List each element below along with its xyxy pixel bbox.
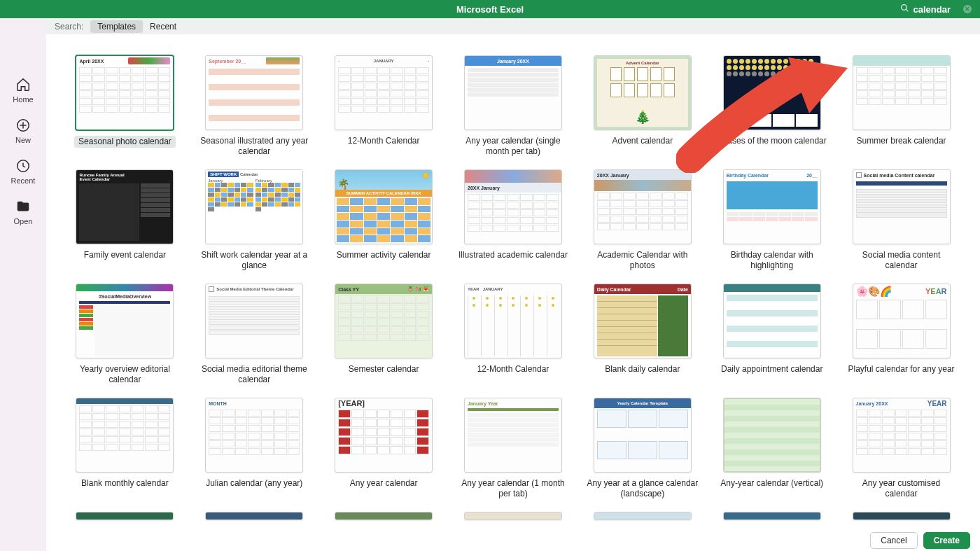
template-label: Shift work calendar year at a glance	[198, 250, 310, 271]
template-label: Blank daily calendar	[605, 364, 680, 375]
sidebar-item-label: Home	[13, 95, 33, 104]
template-card[interactable]: 20XX JanuaryIllustrated academic calenda…	[456, 169, 571, 271]
template-label: Any year at a glance calendar (landscape…	[587, 478, 699, 499]
template-card[interactable]: Daily CalendarDateBlank daily calendar	[584, 284, 700, 385]
template-card[interactable]: Any-year calendar (vertical)	[714, 398, 830, 499]
template-label: 12-Month Calendar	[348, 136, 420, 146]
template-thumbnail: 🌴☀️SUMMER ACTIVITY CALENDAR 20XX	[335, 169, 433, 244]
template-label: Advent calendar	[612, 136, 673, 146]
svg-point-0	[901, 5, 906, 11]
template-thumbnail: Daily CalendarDate	[594, 284, 692, 358]
template-label: Daily appointment calendar	[721, 364, 822, 375]
template-thumbnail: Advent Calendar🎄	[594, 55, 692, 130]
template-card[interactable]: Yearly Calendar TemplateAny year at a gl…	[584, 398, 700, 499]
sidebar-item-home[interactable]: Home	[13, 77, 33, 104]
template-thumbnail	[464, 512, 562, 520]
template-grid: April 20XXSeasonal photo calendarSeptemb…	[46, 34, 980, 520]
template-label: Any year calendar (1 month per tab)	[457, 478, 569, 499]
template-thumbnail: 🌸🎨🌈YEAR	[853, 284, 951, 358]
template-thumbnail: 20XX January	[594, 169, 692, 244]
template-label: Blank monthly calendar	[81, 478, 169, 489]
template-card[interactable]: Daily appointment calendar	[714, 284, 830, 385]
template-card[interactable]	[326, 512, 442, 520]
template-label: Any year customised calendar	[846, 478, 958, 499]
search-box[interactable]: calendar	[900, 3, 951, 15]
template-card[interactable]: Advent Calendar🎄Advent calendar	[584, 55, 700, 157]
template-card[interactable]: Phases of the moon calendar	[714, 55, 830, 157]
sidebar-item-label: Recent	[11, 176, 36, 185]
sidebar-item-recent[interactable]: Recent	[11, 158, 36, 185]
template-card[interactable]: 🌴☀️SUMMER ACTIVITY CALENDAR 20XXSummer a…	[326, 169, 442, 271]
template-thumbnail: Runcee Family AnnualEvent Calendar	[76, 169, 174, 244]
template-thumbnail	[76, 512, 174, 520]
template-thumbnail	[723, 512, 821, 520]
template-thumbnail: YEAR JANUARY	[464, 284, 562, 358]
template-card[interactable]: YEAR JANUARY12-Month Calendar	[456, 284, 571, 385]
template-card[interactable]: 20XX JanuaryAcademic Calendar with photo…	[584, 169, 700, 271]
template-label: 12-Month Calendar	[477, 364, 550, 375]
sidebar-item-label: New	[15, 136, 31, 144]
search-icon	[900, 3, 909, 15]
template-card[interactable]: January 20XXAny year calendar (single mo…	[456, 55, 571, 157]
template-card[interactable]: January YearAny year calendar (1 month p…	[456, 398, 571, 499]
template-thumbnail: #SocialMediaOverview	[76, 284, 174, 358]
template-card[interactable]	[456, 512, 571, 520]
sidebar-item-open[interactable]: Open	[14, 199, 33, 225]
template-label: Playful calendar for any year	[848, 364, 955, 375]
template-card[interactable]	[197, 512, 312, 520]
template-label: Any year calendar (single month per tab)	[457, 136, 569, 157]
svg-line-1	[906, 9, 908, 11]
template-card[interactable]	[67, 512, 183, 520]
template-card[interactable]: Runcee Family AnnualEvent CalendarFamily…	[67, 169, 183, 271]
template-card[interactable]: 🌸🎨🌈YEARPlayful calendar for any year	[844, 284, 959, 385]
template-card[interactable]: April 20XXSeasonal photo calendar	[67, 55, 183, 157]
template-card[interactable]: [YEAR]Any year calendar	[326, 398, 442, 499]
template-thumbnail: January 20XXYEAR	[853, 398, 951, 473]
template-thumbnail	[205, 512, 303, 520]
template-card[interactable]: Class YY🦉 🐿️ 🦊Semester calendar	[326, 284, 442, 385]
template-thumbnail: Social media Content calendar	[853, 169, 951, 244]
template-thumbnail	[594, 512, 692, 520]
template-card[interactable]: Birthday Calendar20__Birthday calendar w…	[714, 169, 830, 271]
filter-bar: Search: Templates Recent	[46, 18, 980, 34]
template-card[interactable]: Social Media Editorial Theme CalendarSoc…	[197, 284, 312, 385]
template-label: Social media content calendar	[846, 250, 958, 271]
template-thumbnail: Class YY🦉 🐿️ 🦊	[335, 284, 433, 358]
template-thumbnail: [YEAR]	[335, 398, 433, 473]
filter-label: Search:	[55, 22, 83, 32]
template-card[interactable]	[714, 512, 830, 520]
template-thumbnail	[723, 398, 821, 473]
sidebar-item-new[interactable]: New	[15, 118, 31, 144]
template-card[interactable]: Blank monthly calendar	[67, 398, 183, 499]
filter-templates[interactable]: Templates	[90, 20, 143, 33]
template-card[interactable]: Summer break calendar	[844, 55, 959, 157]
close-icon[interactable]: ✕	[963, 5, 972, 13]
template-thumbnail	[723, 55, 821, 130]
template-label: Illustrated academic calendar	[458, 250, 568, 260]
template-card[interactable]: SHIFT WORK CalendarJanuaryFebruaryShift …	[197, 169, 312, 271]
template-label: Phases of the moon calendar	[718, 136, 827, 146]
template-card[interactable]	[844, 512, 959, 520]
template-label: Any-year calendar (vertical)	[720, 478, 823, 489]
template-thumbnail	[853, 512, 951, 520]
create-button[interactable]: Create	[923, 532, 970, 549]
template-card[interactable]: #SocialMediaOverviewYearly overview edit…	[67, 284, 183, 385]
template-label: Semester calendar	[349, 364, 419, 375]
template-card[interactable]: January 20XXYEARAny year customised cale…	[844, 398, 959, 499]
template-label: Summer break calendar	[857, 136, 946, 146]
template-card[interactable]: ·JANUARY·12-Month Calendar	[326, 55, 442, 157]
cancel-button[interactable]: Cancel	[870, 532, 917, 549]
template-label: Yearly overview editorial calendar	[69, 364, 181, 385]
template-card[interactable]	[584, 512, 700, 520]
template-card[interactable]: Social media Content calendarSocial medi…	[844, 169, 959, 271]
footer: Cancel Create	[46, 530, 980, 551]
template-card[interactable]: MONTHJulian calendar (any year)	[197, 398, 312, 499]
template-thumbnail	[723, 284, 821, 358]
template-card[interactable]: September 20__Seasonal illustrated any y…	[197, 55, 312, 157]
template-thumbnail: Birthday Calendar20__	[723, 169, 821, 244]
template-thumbnail: MONTH	[205, 398, 303, 473]
template-thumbnail	[853, 55, 951, 130]
sidebar-item-label: Open	[14, 217, 33, 225]
filter-recent[interactable]: Recent	[150, 22, 176, 32]
template-label: Seasonal photo calendar	[74, 136, 176, 148]
